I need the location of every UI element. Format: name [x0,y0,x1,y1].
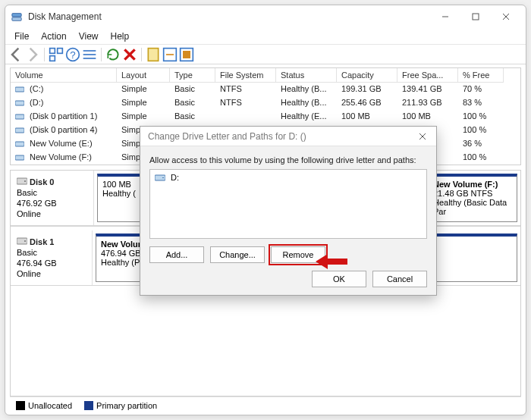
cell-pct: 36 % [458,137,504,151]
cell-layout: Simple [117,83,170,96]
menu-help[interactable]: Help [105,30,136,43]
cell-layout: Simple [117,96,170,110]
cell-pct: 100 % [458,151,504,165]
refresh-icon[interactable] [105,47,121,62]
action-icon[interactable] [162,47,178,62]
disk-size: 476.94 GB [17,258,86,268]
svg-text:?: ? [70,49,75,61]
partition[interactable]: New Volume (F:)21.48 GB NTFSHealthy (Bas… [428,174,517,222]
svg-rect-20 [15,87,24,92]
volume-row[interactable]: (C:)SimpleBasicNTFSHealthy (B...199.31 G… [11,83,520,96]
cell-pct: 70 % [458,83,504,96]
maximize-button[interactable] [460,6,491,27]
disk-label[interactable]: Disk 0Basic476.92 GBOnline [11,171,94,225]
svg-rect-27 [24,180,26,182]
cell-pct: 100 % [458,110,504,124]
cell-volume: (D:) [11,96,117,110]
menu-file[interactable]: File [8,30,35,43]
cell-fs [215,110,276,124]
svg-rect-21 [15,101,24,105]
cell-status: Healthy (B... [276,96,337,110]
close-button[interactable] [491,6,521,27]
ok-button[interactable]: OK [312,271,366,287]
dialog-description: Allow access to this volume by using the… [149,155,427,165]
properties-icon[interactable] [146,47,161,62]
add-button[interactable]: Add... [149,246,204,263]
volume-list-header: Volume Layout Type File System Status Ca… [11,68,520,83]
list-icon[interactable] [82,47,97,62]
cell-layout: Simple [117,110,170,124]
cell-volume: (Disk 0 partition 4) [11,124,117,137]
cell-pct: 83 % [458,96,504,110]
legend-unallocated: Unallocated [16,401,72,410]
partition-title: New Volume (F:) [433,180,512,189]
cell-volume: (Disk 0 partition 1) [11,110,117,124]
cell-type: Basic [170,96,215,110]
cell-volume: New Volume (E:) [11,137,117,151]
change-drive-letter-dialog: Change Drive Letter and Paths for D: () … [140,126,437,296]
cell-free: 211.93 GB [397,96,458,110]
disk-status: Online [17,268,86,279]
disk-type: Basic [17,187,87,198]
disk-size: 476.92 GB [17,198,87,208]
window-title: Disk Management [28,11,102,22]
cell-pct: 100 % [458,124,504,137]
change-button[interactable]: Change... [210,246,265,263]
cell-volume: (C:) [11,83,117,96]
menubar: File Action View Help [5,28,526,45]
col-layout[interactable]: Layout [117,68,170,83]
svg-rect-1 [12,17,21,20]
tree-icon[interactable] [49,47,64,62]
legend-primary: Primary partition [84,401,157,410]
menu-view[interactable]: View [73,30,105,43]
app-icon [11,11,22,22]
cell-type: Basic [170,83,215,96]
col-volume[interactable]: Volume [11,68,117,83]
col-status[interactable]: Status [276,68,337,83]
delete-icon[interactable] [122,47,137,62]
volume-row[interactable]: (Disk 0 partition 1)SimpleBasicHealthy (… [11,110,520,124]
svg-rect-8 [50,55,55,61]
titlebar: Disk Management [5,5,526,28]
partition-status: Healthy (Basic Data Par [433,198,512,216]
col-type[interactable]: Type [170,68,215,83]
col-freespace[interactable]: Free Spa... [397,68,458,83]
disk-icon [17,177,27,186]
cell-capacity: 199.31 GB [337,83,397,96]
col-fs[interactable]: File System [215,68,276,83]
cell-capacity: 100 MB [337,110,397,124]
back-icon[interactable] [8,47,24,62]
partition-status: Healthy ( [102,189,137,198]
cell-type: Basic [170,110,215,124]
drive-icon [155,174,165,182]
col-capacity[interactable]: Capacity [337,68,397,83]
cell-capacity: 255.46 GB [337,96,397,110]
svg-rect-24 [15,142,24,146]
disk-type: Basic [17,247,86,258]
forward-icon[interactable] [25,47,40,62]
partition-size: 100 MB [102,180,137,189]
view-icon[interactable] [179,47,194,62]
legend: Unallocated Primary partition [10,396,521,413]
highlight-arrow-icon [316,252,347,272]
col-pctfree[interactable]: % Free [458,68,504,83]
cancel-button[interactable]: Cancel [372,271,427,287]
partition[interactable]: 100 MBHealthy ( [97,174,143,222]
help-icon[interactable]: ? [65,47,80,62]
drive-path-entry[interactable]: D: [155,173,422,182]
svg-rect-0 [12,14,21,17]
minimize-button[interactable] [430,6,460,27]
svg-rect-7 [58,48,63,53]
menu-action[interactable]: Action [35,30,72,43]
volume-row[interactable]: (D:)SimpleBasicNTFSHealthy (B...255.46 G… [11,96,520,110]
dialog-close-button[interactable] [413,129,432,144]
disk-label[interactable]: Disk 1Basic476.94 GBOnline [11,230,93,285]
drive-path-label: D: [171,173,179,182]
toolbar: ? [5,45,526,64]
drive-paths-list[interactable]: D: [149,169,427,239]
svg-rect-22 [15,114,24,119]
svg-rect-33 [162,177,164,178]
cell-fs: NTFS [215,96,276,110]
svg-rect-23 [15,128,24,133]
svg-rect-19 [183,51,190,58]
